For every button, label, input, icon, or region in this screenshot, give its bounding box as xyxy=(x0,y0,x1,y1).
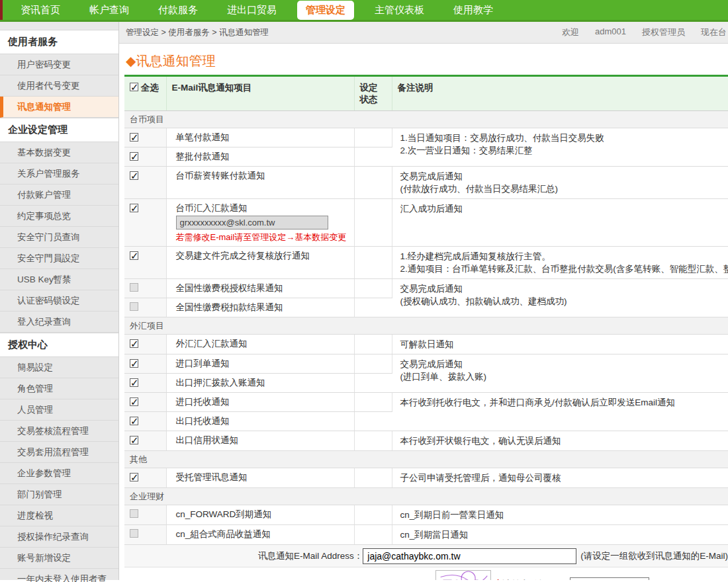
row-checkbox-cell xyxy=(124,279,166,298)
sidebar-item[interactable]: 付款账户管理 xyxy=(0,185,118,206)
row-checkbox[interactable]: ✓ xyxy=(130,378,138,387)
remark-line: 交易完成后通知 xyxy=(400,170,723,183)
table-section-row: 台币项目 xyxy=(124,111,728,128)
email-address-input[interactable] xyxy=(363,548,576,564)
row-remark-cell: 交易完成后通知(授权确认成功、扣款确认成功、建档成功) xyxy=(392,279,728,317)
row-checkbox[interactable]: ✓ xyxy=(130,204,138,212)
row-status-cell xyxy=(354,505,392,525)
sidebar-group-title[interactable]: 企业设定管理 xyxy=(0,118,118,142)
nav-tab[interactable]: 帐户查询 xyxy=(81,1,138,20)
row-status-cell xyxy=(354,298,392,317)
row-remark-cell: 子公司申请受托管理后，通知母公司覆核 xyxy=(392,468,728,488)
row-status-cell xyxy=(354,199,392,247)
captcha-digits: 7024 xyxy=(442,577,478,580)
sidebar-item[interactable]: 交易签核流程管理 xyxy=(0,421,118,442)
sidebar-group-title[interactable]: 授权中心 xyxy=(0,333,118,357)
sidebar-item[interactable]: 授权操作纪录查询 xyxy=(0,526,118,548)
row-checkbox xyxy=(130,529,138,538)
row-checkbox[interactable]: ✓ xyxy=(130,359,138,368)
row-checkbox xyxy=(130,302,138,311)
row-checkbox[interactable]: ✓ xyxy=(130,436,138,444)
nav-tab[interactable]: 使用教学 xyxy=(445,1,502,20)
nav-tab[interactable]: 管理设定 xyxy=(297,1,354,20)
row-remark-cell: 本行收到开状银行电文，确认无误后通知 xyxy=(392,431,728,451)
breadcrumb: 管理设定 > 使用者服务 > 讯息通知管理 xyxy=(126,27,269,38)
sidebar-item[interactable]: 用户密码变更 xyxy=(0,54,118,75)
row-label: 单笔付款通知 xyxy=(176,132,349,143)
nav-tab[interactable]: 付款服务 xyxy=(150,1,206,20)
row-item-cell: cn_FORWARD到期通知 xyxy=(166,505,354,525)
captcha-label: 请输入验证码： xyxy=(502,579,567,580)
row-checkbox[interactable]: ✓ xyxy=(130,339,138,348)
select-all-checkbox[interactable]: ✓ xyxy=(130,83,138,91)
remark-line: 2.次一营业日通知：交易结果汇整 xyxy=(400,144,723,157)
row-item-cell: 出口信用状通知 xyxy=(166,431,354,451)
row-item-cell: 整批付款通知 xyxy=(166,147,354,167)
sidebar-item[interactable]: 登入纪录查询 xyxy=(0,312,118,333)
row-label: 出口押汇拨款入账通知 xyxy=(176,377,349,388)
table-section-row: 企业理财 xyxy=(124,488,728,505)
section-name: 台币项目 xyxy=(124,111,728,128)
row-status-cell xyxy=(354,412,392,431)
row-remark-cell: 可解款日通知 xyxy=(392,335,728,354)
sidebar-item[interactable]: 部门别管理 xyxy=(0,484,118,505)
row-checkbox-cell xyxy=(124,505,166,525)
nav-tab[interactable]: 资讯首页 xyxy=(12,1,69,20)
section-name: 企业理财 xyxy=(124,488,728,505)
row-label: 外汇汇入汇款通知 xyxy=(176,338,349,349)
table-row: cn_組合式商品收益通知cn_到期當日通知 xyxy=(124,525,728,545)
row-remark-cell: 交易完成后通知(进口到单、拨款入账) xyxy=(392,354,728,393)
row-checkbox[interactable]: ✓ xyxy=(130,251,138,260)
table-section-row: 外汇项目 xyxy=(124,317,728,335)
row-item-cell: 出口托收通知 xyxy=(166,412,354,431)
sidebar-item[interactable]: 基本数据变更 xyxy=(0,142,118,163)
captcha-input[interactable] xyxy=(570,577,649,580)
sidebar-item[interactable]: 簡易設定 xyxy=(0,357,118,378)
captcha-row: 7024 * 请输入验证码： xyxy=(124,567,728,580)
row-checkbox[interactable]: ✓ xyxy=(130,473,138,481)
row-item-cell: 台币汇入汇款通知若需修改E-mail请至管理设定→基本数据变更 xyxy=(166,199,354,247)
row-remark-cell: 汇入成功后通知 xyxy=(392,199,728,247)
welcome-bar: 欢迎 adm001 授权管理员 现在台 xyxy=(562,26,728,38)
row-checkbox-cell: ✓ xyxy=(124,147,166,167)
sidebar-item[interactable]: 安全守門員設定 xyxy=(0,248,118,269)
sidebar-item[interactable]: 进度检视 xyxy=(0,505,118,526)
sidebar-item[interactable]: 使用者代号变更 xyxy=(0,75,118,97)
section-name: 其他 xyxy=(124,451,728,468)
row-label: 台币薪资转账付款通知 xyxy=(176,170,349,181)
row-item-cell: 全国性缴费税扣款结果通知 xyxy=(166,298,354,317)
row-checkbox[interactable]: ✓ xyxy=(130,133,138,142)
sidebar-item[interactable]: 认证密码锁设定 xyxy=(0,290,118,312)
row-status-cell xyxy=(354,147,392,167)
sidebar-item[interactable]: 安全守门员查询 xyxy=(0,227,118,248)
row-checkbox[interactable]: ✓ xyxy=(130,171,138,180)
row-status-cell xyxy=(354,167,392,199)
row-checkbox[interactable]: ✓ xyxy=(130,152,138,161)
row-checkbox[interactable]: ✓ xyxy=(130,417,138,425)
table-row: ✓交易建文件完成之待复核放行通知1.经办建档完成后通知复核放行主管。2.通知项目… xyxy=(124,247,728,279)
sidebar-group-title[interactable]: 使用者服务 xyxy=(0,30,118,54)
nav-tab[interactable]: 主管仪表板 xyxy=(366,1,433,20)
sidebar-item[interactable]: 角色管理 xyxy=(0,378,118,399)
sidebar-item[interactable]: 人员管理 xyxy=(0,399,118,421)
sidebar-item[interactable]: 讯息通知管理 xyxy=(0,97,118,118)
sidebar-item[interactable]: 一年内未登入使用者查询 xyxy=(0,569,118,582)
row-checkbox-cell: ✓ xyxy=(124,199,166,247)
remark-line: (付款放行成功、付款当日交易结果汇总) xyxy=(400,183,723,195)
row-checkbox-cell: ✓ xyxy=(124,167,166,199)
sidebar-item[interactable]: USB Key暫禁 xyxy=(0,269,118,290)
row-remark-cell: 本行收到托收行电文，并和进口商承兑/付款确认后立即发送Email通知 xyxy=(392,393,728,431)
table-row: cn_FORWARD到期通知cn_到期日前一營業日通知 xyxy=(124,505,728,525)
row-item-cell: 进口托收通知 xyxy=(166,393,354,412)
remark-line: 汇入成功后通知 xyxy=(400,202,723,215)
sidebar-item[interactable]: 约定事项总览 xyxy=(0,206,118,227)
sidebar-item[interactable]: 关系户管理服务 xyxy=(0,163,118,185)
captcha-image: 7024 xyxy=(435,570,491,580)
remark-line: 子公司申请受托管理后，通知母公司覆核 xyxy=(400,472,723,484)
row-checkbox[interactable]: ✓ xyxy=(130,397,138,406)
col-header-status: 设定状态 xyxy=(354,76,392,111)
sidebar-item[interactable]: 账号新增设定 xyxy=(0,548,118,569)
sidebar-item[interactable]: 交易套用流程管理 xyxy=(0,442,118,463)
sidebar-item[interactable]: 企业参数管理 xyxy=(0,463,118,484)
nav-tab[interactable]: 进出口贸易 xyxy=(218,1,285,20)
